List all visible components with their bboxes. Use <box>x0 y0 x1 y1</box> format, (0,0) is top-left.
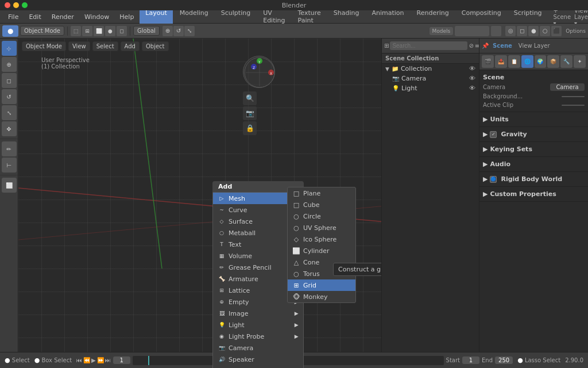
xray-icon[interactable]: ◻ <box>517 26 527 36</box>
cursor-tool[interactable]: ⊹ <box>2 41 17 56</box>
select-overlay[interactable]: Select <box>92 41 118 51</box>
menu-window[interactable]: Window <box>80 12 114 22</box>
select-tool[interactable]: ◻ <box>2 73 17 88</box>
viewport-icon-3[interactable]: ⬜ <box>94 26 104 36</box>
scale-tool[interactable]: ⤡ <box>2 105 17 120</box>
keying-sets-title[interactable]: ▶ Keying Sets <box>483 144 585 154</box>
zoom-in-btn[interactable]: 🔍 <box>243 91 257 105</box>
outliner-search[interactable] <box>390 41 467 50</box>
object-mode-overlay[interactable]: Object Mode <box>22 41 66 51</box>
menu-help[interactable]: Help <box>115 12 138 22</box>
menu-item-forcefield[interactable]: ⚡ Force Field ▶ <box>213 365 303 368</box>
scene-props-icon[interactable]: 🌐 <box>521 55 533 68</box>
transform-tool[interactable]: ✥ <box>2 121 17 136</box>
play-btn[interactable]: ▶ <box>91 357 96 363</box>
move-tool[interactable]: ⊕ <box>2 57 17 72</box>
active-clip-value[interactable] <box>562 105 585 106</box>
object-props-icon[interactable]: 📦 <box>547 55 559 68</box>
submenu-cylinder[interactable]: ⬜ Cylinder <box>288 245 355 256</box>
outliner-filter-icon[interactable]: ⊘ <box>469 43 473 49</box>
submenu-plane[interactable]: □ Plane <box>288 187 355 199</box>
submenu-monkey[interactable]: 🐵 Monkey <box>288 291 355 302</box>
outliner-light-row[interactable]: 💡 Light 👁 <box>382 83 479 93</box>
submenu-circle[interactable]: ○ Circle <box>288 210 355 222</box>
scale-icon[interactable]: ⤡ <box>184 26 195 36</box>
submenu-cube[interactable]: □ Cube <box>288 199 355 210</box>
viewport-icon-4[interactable]: ● <box>105 26 115 36</box>
prev-frame-btn[interactable]: ⏪ <box>83 357 90 363</box>
menu-edit[interactable]: Edit <box>24 12 45 22</box>
menu-item-lightprobe[interactable]: ◉ Light Probe ▶ <box>213 331 303 342</box>
camera-view-btn[interactable]: 📷 <box>243 106 257 120</box>
render-icon[interactable]: ⬛ <box>551 26 562 36</box>
end-frame[interactable]: 250 <box>495 356 513 364</box>
modifier-props-icon[interactable]: 🔧 <box>560 55 572 68</box>
global-btn[interactable]: Global <box>133 26 160 36</box>
options-btn[interactable]: Options <box>566 28 586 34</box>
menu-item-light[interactable]: 💡 Light ▶ <box>213 319 303 331</box>
move-icon[interactable]: ⊕ <box>163 26 173 36</box>
outliner-mode-icon[interactable]: ⊞ <box>384 43 389 49</box>
view-layer-icon[interactable]: 📋 <box>508 55 520 68</box>
annotate-tool[interactable]: ✏ <box>2 141 17 156</box>
viewport-icon-5[interactable]: ◻ <box>117 26 127 36</box>
background-value[interactable] <box>562 96 585 97</box>
lock-view-btn[interactable]: 🔒 <box>243 121 257 135</box>
rotate-tool[interactable]: ↺ <box>2 89 17 104</box>
minimize-button[interactable] <box>13 2 19 8</box>
collection-visibility[interactable]: 👁 <box>469 65 475 72</box>
rigid-body-title[interactable]: ▶ 🔵 Rigid Body World <box>483 174 585 184</box>
menu-file[interactable]: File <box>3 12 23 22</box>
menu-item-speaker[interactable]: 🔊 Speaker <box>213 354 303 365</box>
overlay-icon[interactable]: ◎ <box>505 26 516 36</box>
material-icon[interactable]: ○ <box>540 26 550 36</box>
add-overlay[interactable]: Add <box>121 41 140 51</box>
render-props-icon[interactable]: 🎬 <box>482 55 494 68</box>
viewport-icon-2[interactable]: ⊞ <box>82 26 92 36</box>
scene-tab-active[interactable]: Scene <box>490 43 514 49</box>
next-frame-btn[interactable]: ⏩ <box>97 357 104 363</box>
world-props-icon[interactable]: 🌍 <box>535 55 547 68</box>
tool-mode-icon[interactable]: ⬤ <box>2 25 18 37</box>
viewport-select-btn[interactable]: Models <box>430 27 454 35</box>
submenu-uvsphere[interactable]: ○ UV Sphere <box>288 222 355 233</box>
rotate-icon[interactable]: ↺ <box>173 26 184 36</box>
audio-title[interactable]: ▶ Audio <box>483 159 585 169</box>
search-bar[interactable] <box>455 26 489 36</box>
solid-icon[interactable]: ● <box>528 26 539 36</box>
gravity-checkbox[interactable]: ✓ <box>490 131 497 138</box>
scene-section-title[interactable]: Scene <box>483 72 585 82</box>
light-visibility[interactable]: 👁 <box>469 85 475 92</box>
start-frame[interactable]: 1 <box>462 356 479 364</box>
output-props-icon[interactable]: 📤 <box>495 55 507 68</box>
camera-visibility[interactable]: 👁 <box>469 75 475 82</box>
submenu-grid[interactable]: ⊞ Grid <box>288 279 355 291</box>
add-cube-tool[interactable]: ⬜ <box>2 178 17 193</box>
custom-props-title[interactable]: ▶ Custom Properties <box>483 189 585 199</box>
object-mode-btn[interactable]: Object Mode <box>20 26 64 36</box>
menu-render[interactable]: Render <box>47 12 79 22</box>
current-frame[interactable]: 1 <box>113 356 130 364</box>
menu-item-image[interactable]: 🖼 Image ▶ <box>213 308 303 319</box>
measure-tool[interactable]: ⊢ <box>2 158 17 172</box>
gizmo[interactable]: X Y Z <box>243 56 275 88</box>
viewport-icon-1[interactable]: ⬚ <box>71 26 81 36</box>
viewport[interactable]: Object Mode View Select Add Object User … <box>18 39 381 368</box>
particle-props-icon[interactable]: ✦ <box>574 55 586 68</box>
filter-icon[interactable] <box>491 26 501 36</box>
outliner-camera-row[interactable]: 📷 Camera 👁 <box>382 74 479 83</box>
play-end-btn[interactable]: ⏭ <box>105 357 111 363</box>
close-button[interactable] <box>5 2 10 8</box>
maximize-button[interactable] <box>22 2 28 8</box>
outliner-collection-row[interactable]: ▼ 📁 Collection 👁 <box>382 64 479 74</box>
view-overlay[interactable]: View <box>68 41 90 51</box>
gravity-title[interactable]: ▶ ✓ Gravity <box>483 129 585 139</box>
object-overlay[interactable]: Object <box>142 41 169 51</box>
units-title[interactable]: ▶ Units <box>483 114 585 124</box>
submenu-icosphere[interactable]: ◇ Ico Sphere <box>288 233 355 245</box>
play-start-btn[interactable]: ⏮ <box>76 357 82 363</box>
menu-item-camera[interactable]: 📷 Camera <box>213 342 303 354</box>
view-layer-tab[interactable]: View Layer <box>516 43 552 49</box>
props-pin-icon[interactable]: 📌 <box>482 43 489 49</box>
camera-field-value[interactable]: Camera <box>550 83 585 91</box>
